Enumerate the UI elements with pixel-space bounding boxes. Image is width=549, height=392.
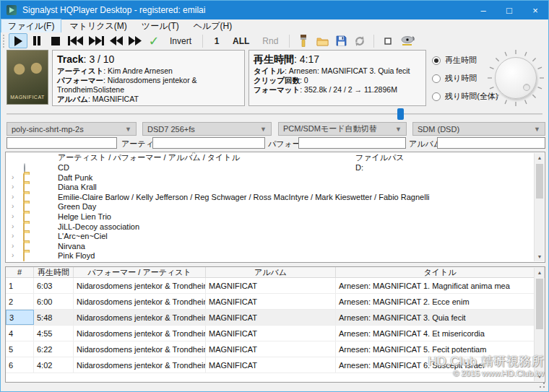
format-line: フォーマット: 352.8k / 24 / 2 → 11.2896M <box>254 85 421 95</box>
track-number-line: Track: 3 / 10 <box>57 53 240 66</box>
tree-item[interactable]: › Green Day <box>6 202 545 212</box>
playlist-row-current[interactable]: 35:48 Nidarosdomens jentekor & Trondheim… <box>6 310 545 326</box>
close-button[interactable]: × <box>522 1 548 19</box>
next-track-button[interactable] <box>86 33 107 48</box>
output-device-button[interactable] <box>397 33 419 48</box>
menu-tools[interactable]: ツール(T) <box>135 19 186 33</box>
play-button[interactable] <box>9 33 27 48</box>
chevron-right-icon[interactable]: › <box>12 232 20 240</box>
hqplayer-window: Signalyst HQPlayer Desktop - registered:… <box>0 0 549 392</box>
clip-line: クリップ回数: 0 <box>254 76 421 85</box>
album-art: MAGNIFICAT <box>7 50 48 105</box>
save-playlist-button[interactable] <box>332 33 350 48</box>
col-num[interactable]: # <box>6 267 34 277</box>
rewind-icon <box>110 36 123 45</box>
artist-line: アーティスト: Kim Andre Arnesen <box>57 66 240 76</box>
chevron-right-icon[interactable]: › <box>12 173 20 181</box>
scroll-up-icon[interactable]: ▲ <box>535 268 545 277</box>
col-performer[interactable]: パフォーマー / アーティスト <box>74 267 206 277</box>
chevron-right-icon[interactable]: › <box>12 183 20 191</box>
toolbar-separator <box>289 35 290 48</box>
refresh-library-button[interactable] <box>350 33 369 48</box>
confirm-button[interactable]: ✓ <box>144 33 163 48</box>
volume-knob[interactable] <box>485 48 546 108</box>
playlist-row[interactable]: 44:55 Nidarosdomens jentekor & Trondheim… <box>6 326 545 341</box>
pause-button[interactable] <box>27 33 46 48</box>
tree-item[interactable]: › Helge Lien Trio <box>6 212 545 222</box>
resize-grip[interactable] <box>539 382 545 388</box>
seek-slider[interactable] <box>1 108 548 121</box>
search-input[interactable] <box>7 137 117 149</box>
filter-select[interactable]: poly-sinc-shrt-mp-2s▼ <box>7 122 137 136</box>
seek-track[interactable] <box>7 113 542 115</box>
stop-button[interactable] <box>46 33 65 48</box>
open-folder-button[interactable] <box>313 33 332 48</box>
toolbar-grip[interactable] <box>3 35 6 48</box>
app-icon <box>7 5 17 15</box>
menu-help[interactable]: ヘルプ(H) <box>187 19 239 33</box>
tree-item-cd[interactable]: CD D: <box>6 163 545 173</box>
performer-filter-input[interactable] <box>298 137 406 149</box>
tree-item[interactable]: › Diana Krall <box>6 183 545 193</box>
minimize-button[interactable]: – <box>470 1 496 19</box>
col-title[interactable]: タイトル <box>336 267 545 277</box>
knob-dial[interactable] <box>495 57 537 99</box>
brush-icon <box>298 35 308 47</box>
toolbar-separator <box>373 35 374 48</box>
clear-playlist-button[interactable] <box>294 33 313 48</box>
repeat-all-button[interactable]: ALL <box>226 33 256 48</box>
tree-item[interactable]: › Pink Floyd <box>6 251 545 261</box>
col-time[interactable]: 再生時間 <box>34 267 74 277</box>
performer-line: パフォーマー: Nidarosdomens jentekor & Trondhe… <box>57 76 240 95</box>
repeat-one-button[interactable]: 1 <box>207 33 226 48</box>
chevron-down-icon: ▼ <box>260 126 267 133</box>
tree-item[interactable]: › L'Arc~en~Ciel <box>6 232 545 242</box>
maximize-button[interactable]: □ <box>496 1 522 19</box>
title-bar[interactable]: Signalyst HQPlayer Desktop - registered:… <box>1 1 548 19</box>
invert-button[interactable]: Invert <box>163 33 198 48</box>
tree-item[interactable]: › JiLL-Decoy association <box>6 222 545 232</box>
playlist-row[interactable]: 26:00 Nidarosdomens jentekor & Trondheim… <box>6 294 545 310</box>
menu-matrix[interactable]: マトリクス(M) <box>63 19 133 33</box>
fast-forward-button[interactable] <box>126 33 144 48</box>
random-button[interactable]: Rnd <box>256 33 285 48</box>
playlist-row[interactable]: 16:03 Nidarosdomens jentekor & Trondheim… <box>6 278 545 294</box>
play-icon <box>14 36 23 46</box>
folder-icon <box>23 251 25 261</box>
rewind-button[interactable] <box>107 33 126 48</box>
chevron-right-icon[interactable]: › <box>12 212 20 220</box>
chevron-right-icon[interactable]: › <box>12 222 20 230</box>
previous-track-button[interactable] <box>65 33 86 48</box>
output-mode-select[interactable]: SDM (DSD)▼ <box>412 122 545 136</box>
mini-window-button[interactable] <box>379 33 397 48</box>
scrollbar-thumb[interactable] <box>536 164 543 199</box>
chevron-right-icon[interactable]: › <box>12 251 20 259</box>
seek-handle[interactable] <box>397 108 404 120</box>
toolbar-separator <box>202 35 203 48</box>
artist-filter-input[interactable] <box>152 137 265 149</box>
folder-icon <box>316 36 329 46</box>
tree-header[interactable]: アーティスト / パフォーマー / アルバム / タイトル ファイルパス <box>6 152 545 163</box>
playtime-line: 再生時間: 4:17 <box>254 53 421 66</box>
tree-item[interactable]: › Nirvana <box>6 242 545 252</box>
stop-icon <box>51 37 60 45</box>
playlist-header-row[interactable]: # 再生時間 パフォーマー / アーティスト アルバム タイトル <box>6 267 545 278</box>
modulator-select[interactable]: DSD7 256+fs▼ <box>142 122 272 136</box>
search-row: アーティスト パフォーマー アルバム <box>1 137 548 149</box>
scrollbar-thumb[interactable] <box>536 279 543 329</box>
library-tree: ^ アーティスト / パフォーマー / アルバム / タイトル ファイルパス C… <box>5 152 545 263</box>
col-album[interactable]: アルバム <box>206 267 336 277</box>
next-icon <box>89 36 104 45</box>
tree-scrollbar[interactable]: ▲ ▼ <box>534 153 544 261</box>
album-filter-input[interactable] <box>437 137 545 149</box>
chevron-right-icon[interactable]: › <box>12 193 20 201</box>
chevron-right-icon[interactable]: › <box>12 202 20 210</box>
menu-file[interactable]: ファイル(F) <box>1 19 61 34</box>
scroll-up-icon[interactable]: ▲ <box>535 153 545 162</box>
chevron-right-icon[interactable]: › <box>12 242 20 250</box>
pcm-sdm-mode-select[interactable]: PCM/SDMモード自動切替▼ <box>278 122 407 136</box>
tree-item[interactable]: › Emilie-Claire Barlow / Kelly Jefferson… <box>6 193 545 203</box>
scroll-down-icon[interactable]: ▼ <box>535 252 545 261</box>
playback-status-panel: 再生時間: 4:17 タイトル: Arnesen: MAGNIFICAT 3. … <box>248 50 426 106</box>
tree-item[interactable]: › Daft Punk <box>6 173 545 183</box>
